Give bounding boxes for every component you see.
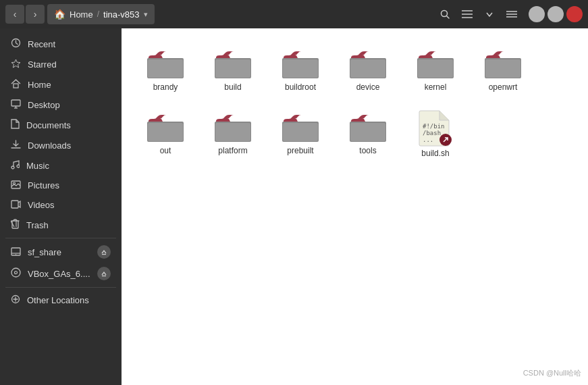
maximize-button[interactable]: □ xyxy=(547,6,564,22)
sidebar: Recent Starred Home xyxy=(0,28,122,385)
view-options-button[interactable] xyxy=(479,4,500,24)
path-segment: tina-v853 xyxy=(103,9,139,20)
sf-share-icon xyxy=(11,247,21,258)
file-name: build xyxy=(224,82,241,93)
documents-icon xyxy=(11,119,20,131)
file-name: platform xyxy=(218,146,247,157)
eject-sf-share-button[interactable] xyxy=(97,245,111,259)
folder-icon xyxy=(484,47,522,80)
menu-button[interactable] xyxy=(502,4,522,24)
chevron-down-icon[interactable]: ▾ xyxy=(144,10,148,19)
file-name: tools xyxy=(359,146,376,157)
location-name: Home xyxy=(70,9,93,20)
file-name: build.sh xyxy=(421,149,449,159)
chevron-down-icon xyxy=(486,12,493,17)
folder-icon xyxy=(146,47,184,80)
pictures-icon xyxy=(11,180,21,191)
music-icon xyxy=(11,159,20,172)
folder-icon xyxy=(282,111,319,143)
home-nav-icon xyxy=(11,78,21,91)
sidebar-label-vbox-gas: VBox_GAs_6.... xyxy=(28,269,90,279)
main-area: Recent Starred Home xyxy=(0,28,588,385)
file-item-kernel[interactable]: kernel xyxy=(405,42,466,99)
svg-point-26 xyxy=(11,268,20,277)
svg-rect-10 xyxy=(14,84,18,88)
svg-point-24 xyxy=(16,254,17,255)
sidebar-item-music[interactable]: Music xyxy=(3,155,119,176)
file-item-buildsh[interactable]: #!/bin /bash ... build.sh xyxy=(405,105,466,165)
file-name: device xyxy=(356,82,380,93)
hamburger-icon xyxy=(506,10,517,18)
sidebar-label-videos: Videos xyxy=(28,200,111,210)
sidebar-item-other-locations[interactable]: Other Locations xyxy=(3,290,119,310)
folder-icon xyxy=(417,47,454,80)
file-name: out xyxy=(160,146,171,157)
sidebar-item-trash[interactable]: Trash xyxy=(3,215,119,235)
close-button[interactable]: ✕ xyxy=(566,6,583,22)
divider-1 xyxy=(5,238,116,238)
svg-rect-19 xyxy=(11,201,18,208)
sidebar-label-documents: Documents xyxy=(26,120,111,130)
list-view-icon xyxy=(462,9,473,19)
file-item-device[interactable]: device xyxy=(338,42,398,99)
breadcrumb-sep: / xyxy=(97,9,99,19)
downloads-icon xyxy=(11,139,21,151)
list-view-button[interactable] xyxy=(457,4,477,24)
folder-icon xyxy=(214,47,252,80)
forward-button[interactable]: › xyxy=(26,5,45,24)
window-controls: _ □ ✕ xyxy=(529,6,583,22)
toolbar-actions xyxy=(435,4,522,24)
sidebar-item-documents[interactable]: Documents xyxy=(3,115,119,135)
file-item-openwrt[interactable]: openwrt xyxy=(473,42,533,99)
trash-icon xyxy=(11,219,20,231)
sidebar-label-starred: Starred xyxy=(28,59,111,70)
file-item-out[interactable]: out xyxy=(135,105,196,162)
sidebar-item-pictures[interactable]: Pictures xyxy=(3,176,119,195)
svg-point-15 xyxy=(11,166,14,169)
home-icon: 🏠 xyxy=(54,9,65,20)
sidebar-item-sf-share[interactable]: sf_share xyxy=(3,241,119,263)
file-name: openwrt xyxy=(489,82,518,93)
sidebar-label-other-locations: Other Locations xyxy=(27,295,89,305)
sidebar-item-starred[interactable]: Starred xyxy=(3,54,119,74)
other-locations-icon xyxy=(11,294,20,306)
svg-point-27 xyxy=(15,272,18,274)
svg-rect-11 xyxy=(11,100,20,106)
file-name: brandy xyxy=(153,82,178,93)
svg-text:#!/bin: #!/bin xyxy=(423,123,445,130)
divider-2 xyxy=(5,287,116,288)
svg-point-16 xyxy=(17,165,20,168)
desktop-icon xyxy=(11,99,21,111)
file-item-buildroot[interactable]: buildroot xyxy=(270,42,331,99)
minimize-button[interactable]: _ xyxy=(529,6,545,22)
recent-icon xyxy=(11,38,21,50)
folder-icon xyxy=(282,47,319,80)
sidebar-item-home[interactable]: Home xyxy=(3,74,119,95)
file-name: buildroot xyxy=(285,82,316,93)
svg-marker-9 xyxy=(11,59,20,68)
sidebar-label-music: Music xyxy=(26,161,111,171)
sidebar-label-downloads: Downloads xyxy=(28,140,111,151)
file-item-platform[interactable]: platform xyxy=(203,105,263,162)
file-name: kernel xyxy=(425,82,447,93)
videos-icon xyxy=(11,199,21,211)
back-button[interactable]: ‹ xyxy=(5,5,24,24)
search-button[interactable] xyxy=(435,4,455,24)
sidebar-item-desktop[interactable]: Desktop xyxy=(3,95,119,115)
file-item-build[interactable]: build xyxy=(203,42,263,99)
sidebar-label-sf-share: sf_share xyxy=(28,247,90,257)
sidebar-item-recent[interactable]: Recent xyxy=(3,34,119,54)
location-bar[interactable]: 🏠 Home / tina-v853 ▾ xyxy=(47,4,155,24)
file-item-tools[interactable]: tools xyxy=(338,105,398,162)
folder-icon xyxy=(146,111,184,143)
svg-text:/bash: /bash xyxy=(423,130,441,136)
eject-vbox-button[interactable] xyxy=(97,267,111,280)
sidebar-item-vbox-gas[interactable]: VBox_GAs_6.... xyxy=(3,263,119,284)
file-item-brandy[interactable]: brandy xyxy=(135,42,196,99)
disc-icon xyxy=(11,267,21,280)
sidebar-label-recent: Recent xyxy=(28,39,111,49)
file-name: prebuilt xyxy=(287,146,313,157)
file-item-prebuilt[interactable]: prebuilt xyxy=(270,105,331,162)
sidebar-item-downloads[interactable]: Downloads xyxy=(3,135,119,155)
sidebar-item-videos[interactable]: Videos xyxy=(3,195,119,215)
